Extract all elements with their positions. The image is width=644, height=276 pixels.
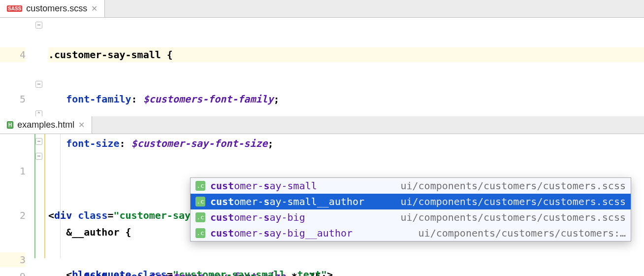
html-file-icon: H: [7, 121, 13, 129]
completion-path: ui/components/customers/customers.scss: [400, 210, 626, 225]
sass-file-icon: SASS: [7, 5, 22, 12]
completion-path: ui/components/customers/customers.scss: [400, 194, 626, 209]
brace: {: [161, 49, 173, 61]
line-number: 3: [0, 252, 26, 267]
scss-editor[interactable]: 4 5 6 7 8 9 10 – – ⌃ .customer-say-small…: [0, 18, 644, 116]
completion-label: customer-say-small: [210, 178, 395, 193]
scss-gutter: 4 5 6 7 8 9 10: [0, 18, 34, 116]
completion-item[interactable]: .ccustomer-say-smallui/components/custom…: [191, 178, 631, 194]
tab-filename: customers.scss: [26, 3, 87, 14]
completion-item[interactable]: .ccustomer-say-small__authorui/component…: [191, 194, 631, 209]
scss-editor-pane: SASS customers.scss ✕ 4 5 6 7 8 9 10 – –…: [0, 0, 644, 116]
html-fold-column: – –: [34, 134, 44, 258]
css-class-icon: .c: [195, 197, 205, 207]
completion-label: customer-say-small__author: [210, 194, 395, 209]
tab-examples-html[interactable]: H examples.html ✕: [0, 116, 92, 134]
line-number: 2: [0, 208, 26, 223]
html-editor-pane: H examples.html ✕ 1 2 3 4 5 6 7 8 – – <d…: [0, 116, 644, 258]
code-completion-popup: .ccustomer-say-smallui/components/custom…: [190, 177, 631, 242]
css-selector: .customer-say-small: [48, 49, 161, 61]
css-class-icon: .c: [195, 228, 205, 238]
html-attr: class: [137, 269, 167, 276]
completion-item[interactable]: .ccustomer-say-bigui/components/customer…: [191, 209, 631, 225]
top-tabbar: SASS customers.scss ✕: [0, 0, 644, 18]
html-tag: div: [54, 209, 72, 221]
html-attr: class: [78, 209, 107, 221]
completion-path: ui/components/customers/customers:…: [419, 226, 626, 241]
close-icon[interactable]: ✕: [78, 120, 85, 130]
scss-code[interactable]: .customer-say-small { font-family: $cust…: [44, 18, 644, 116]
tab-filename: examples.html: [17, 120, 74, 130]
fold-toggle-icon[interactable]: –: [35, 153, 42, 160]
completion-label: customer-say-big: [210, 210, 395, 225]
completion-item[interactable]: .ccustomer-say-big__authorui/components/…: [191, 225, 631, 241]
html-code[interactable]: <div class="customer-say-small"> <blockq…: [44, 134, 644, 258]
html-tag: blockquote: [72, 269, 131, 276]
css-class-icon: .c: [195, 181, 205, 191]
bottom-tabbar: H examples.html ✕: [0, 116, 644, 134]
fold-toggle-icon[interactable]: –: [35, 81, 42, 88]
tab-customers-scss[interactable]: SASS customers.scss ✕: [0, 0, 105, 17]
scss-fold-column: – – ⌃: [34, 18, 44, 116]
completion-label: customer-say-big__author: [210, 226, 414, 241]
fold-toggle-icon[interactable]: –: [35, 22, 42, 29]
line-number: 5: [0, 92, 26, 106]
line-number: 4: [0, 47, 26, 62]
class-value: customer-say-small__text: [179, 269, 321, 276]
html-gutter: 1 2 3 4 5 6 7 8: [0, 134, 34, 258]
css-class-icon: .c: [195, 212, 205, 222]
completion-path: ui/components/customers/customers.scss: [400, 178, 626, 193]
fold-toggle-icon[interactable]: –: [35, 138, 42, 145]
close-icon[interactable]: ✕: [91, 4, 97, 13]
html-editor[interactable]: 1 2 3 4 5 6 7 8 – – <div class="customer…: [0, 134, 644, 258]
css-property: font-family: [66, 93, 131, 105]
scss-variable: $customers-font-family: [143, 93, 274, 105]
line-number: 1: [0, 164, 26, 178]
